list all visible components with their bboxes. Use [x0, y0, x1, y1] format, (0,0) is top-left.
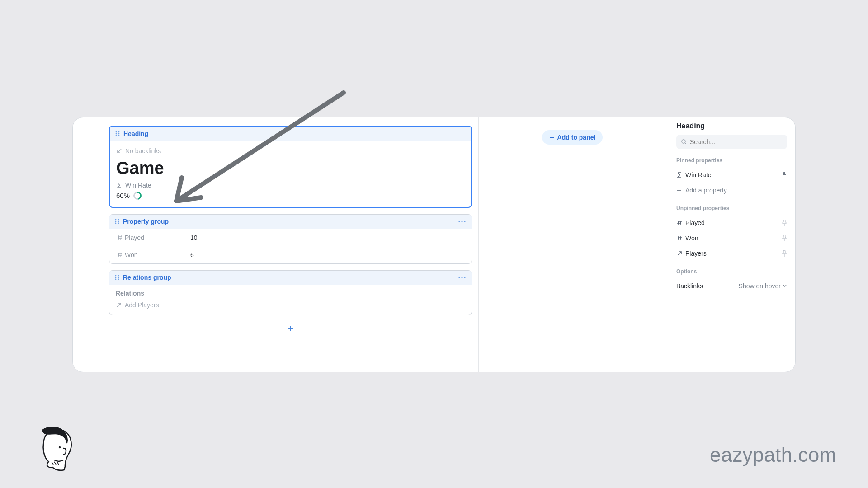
watermark-text: eazypath.com — [710, 444, 836, 466]
svg-point-4 — [116, 135, 117, 136]
prop-item-winrate[interactable]: Win Rate — [676, 167, 787, 183]
winrate-label-row: Win Rate — [116, 182, 465, 189]
sigma-icon — [676, 172, 685, 178]
svg-point-23 — [464, 277, 465, 278]
prop-item-label: Won — [685, 235, 698, 242]
chevron-down-icon — [783, 284, 787, 288]
property-row-won[interactable]: Won 6 — [109, 246, 472, 263]
more-icon[interactable] — [457, 272, 467, 282]
winrate-label: Win Rate — [125, 182, 151, 189]
heading-block-header[interactable]: Heading — [110, 127, 471, 141]
prop-item-players[interactable]: Players — [676, 246, 787, 261]
plus-icon — [549, 135, 555, 140]
winrate-value-row: 60% — [116, 192, 465, 200]
svg-point-20 — [118, 279, 119, 280]
pin-outline-icon[interactable] — [782, 220, 787, 226]
property-value: 10 — [190, 234, 198, 241]
add-to-panel-label: Add to panel — [557, 134, 596, 141]
page-title[interactable]: Game — [116, 159, 465, 178]
search-icon — [681, 139, 687, 145]
property-label: Played — [125, 234, 190, 241]
backlink-arrow-icon — [116, 148, 123, 154]
backlinks-option-row: Backlinks Show on hover — [676, 278, 787, 294]
winrate-value: 60% — [116, 192, 130, 199]
property-label: Won — [125, 251, 190, 258]
add-players-button[interactable]: Add Players — [116, 301, 465, 309]
svg-point-24 — [682, 140, 685, 143]
prop-item-won[interactable]: Won — [676, 230, 787, 246]
svg-point-9 — [118, 221, 119, 222]
property-value: 6 — [190, 251, 194, 258]
svg-point-19 — [115, 279, 117, 280]
prop-item-played[interactable]: Played — [676, 215, 787, 230]
pin-outline-icon[interactable] — [782, 250, 787, 257]
backlinks-option-label: Backlinks — [676, 282, 703, 290]
property-group-header[interactable]: Property group — [109, 215, 472, 229]
add-block-button[interactable] — [284, 322, 297, 335]
svg-point-12 — [458, 221, 460, 222]
pin-icon[interactable] — [782, 172, 787, 178]
svg-point-3 — [118, 133, 120, 134]
svg-point-25 — [59, 446, 61, 448]
backlinks-text: No backlinks — [125, 147, 161, 155]
relations-group-label: Relations group — [123, 274, 171, 281]
plus-icon — [676, 188, 685, 193]
prop-item-label: Players — [685, 250, 707, 257]
search-input[interactable] — [690, 138, 783, 145]
property-group-block[interactable]: Property group Played 10 Won 6 — [109, 214, 472, 264]
progress-ring-icon — [132, 190, 143, 202]
svg-point-16 — [118, 275, 119, 277]
property-group-label: Property group — [123, 218, 169, 225]
backlinks-select-value: Show on hover — [739, 282, 781, 290]
svg-point-1 — [118, 131, 120, 132]
svg-point-8 — [115, 221, 117, 222]
inspector-title: Heading — [676, 122, 787, 130]
backlinks-indicator[interactable]: No backlinks — [116, 147, 465, 155]
drag-handle-icon[interactable] — [114, 274, 120, 281]
svg-point-18 — [118, 277, 119, 278]
svg-point-2 — [116, 133, 117, 134]
relations-group-header[interactable]: Relations group — [109, 271, 472, 285]
svg-point-21 — [458, 277, 460, 278]
sigma-icon — [116, 182, 123, 188]
inspector-pane: Heading Pinned properties Win Rate Add a… — [666, 117, 795, 372]
heading-block-label: Heading — [123, 130, 148, 137]
hash-icon — [117, 235, 125, 241]
property-row-played[interactable]: Played 10 — [109, 229, 472, 246]
editor-pane: Heading No backlinks Game Win Rate — [73, 117, 478, 372]
svg-point-5 — [118, 135, 120, 136]
presenter-avatar-icon — [34, 427, 74, 472]
drag-handle-icon[interactable] — [114, 131, 121, 137]
prop-item-label: Played — [685, 219, 705, 226]
relations-subhead: Relations — [116, 290, 465, 297]
add-property-button[interactable]: Add a property — [676, 183, 787, 198]
svg-point-15 — [115, 275, 117, 277]
unpinned-section-label: Unpinned properties — [676, 205, 787, 211]
search-field[interactable] — [676, 135, 787, 149]
heading-block[interactable]: Heading No backlinks Game Win Rate — [109, 126, 472, 208]
relations-group-block[interactable]: Relations group Relations Add Players — [109, 270, 472, 315]
pin-outline-icon[interactable] — [782, 235, 787, 241]
hash-icon — [676, 235, 685, 241]
app-window: Heading No backlinks Game Win Rate — [72, 117, 796, 372]
backlinks-select[interactable]: Show on hover — [739, 282, 787, 290]
svg-point-6 — [115, 219, 117, 221]
arrow-up-right-icon — [676, 250, 685, 257]
svg-point-10 — [115, 223, 117, 224]
panel-pane: Add to panel — [478, 117, 666, 372]
svg-point-7 — [118, 219, 119, 221]
svg-point-13 — [461, 221, 462, 222]
svg-point-0 — [116, 131, 117, 132]
add-players-label: Add Players — [125, 301, 159, 309]
hash-icon — [117, 252, 125, 258]
options-section-label: Options — [676, 268, 787, 275]
pinned-section-label: Pinned properties — [676, 157, 787, 164]
add-property-label: Add a property — [685, 187, 727, 194]
svg-point-11 — [118, 223, 119, 224]
svg-point-14 — [464, 221, 465, 222]
drag-handle-icon[interactable] — [114, 218, 120, 225]
svg-point-22 — [461, 277, 462, 278]
add-to-panel-button[interactable]: Add to panel — [542, 130, 603, 145]
hash-icon — [676, 220, 685, 226]
more-icon[interactable] — [457, 216, 467, 226]
